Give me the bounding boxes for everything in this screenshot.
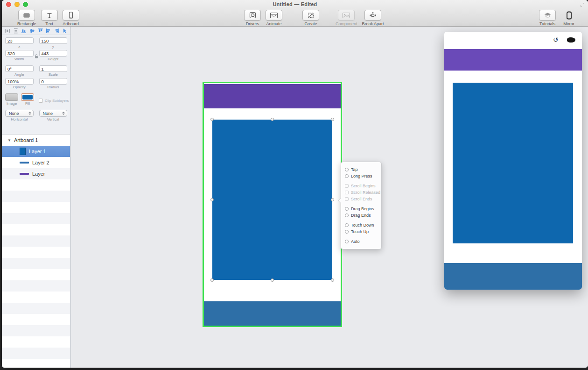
distribute-horizontal-icon[interactable] [5, 28, 10, 34]
event-option-touch-down[interactable]: Touch Down [341, 222, 381, 228]
artboard-button[interactable]: Artboard [63, 10, 79, 26]
titlebar[interactable]: Untitled — Edited [2, 0, 588, 9]
clip-sublayers-checkbox[interactable]: Clip Sublayers [39, 93, 69, 106]
horizontal-dropdown[interactable]: None [5, 110, 34, 117]
create-component-button[interactable]: Create [302, 10, 319, 26]
layer-thumbnail [20, 148, 26, 155]
angle-field[interactable]: 0° [5, 65, 34, 72]
layer-row-3[interactable]: Layer [2, 168, 70, 179]
fill-label: Fill [25, 101, 30, 106]
window-chrome: Untitled — Edited Rectangle Text Artboar… [2, 0, 588, 27]
break-apart-icon [369, 12, 377, 19]
width-label: Width [14, 57, 24, 61]
align-bottom-icon[interactable] [21, 28, 27, 34]
restart-icon[interactable]: ↻ [553, 36, 559, 43]
pointer-icon[interactable] [62, 28, 68, 34]
disclosure-triangle-icon[interactable]: ▼ [7, 138, 11, 142]
opacity-field[interactable]: 100% [5, 78, 34, 85]
component-icon [342, 12, 350, 19]
image-swatch[interactable] [5, 93, 18, 101]
event-option-drag-ends[interactable]: Drag Ends [341, 212, 381, 219]
resize-handle-sw[interactable] [210, 278, 214, 282]
resize-handle-e[interactable] [331, 198, 334, 201]
fill-swatch[interactable] [21, 93, 34, 101]
layer-row-2[interactable]: Layer 2 [2, 157, 70, 168]
radius-label: Radius [47, 85, 59, 89]
opacity-label: Opacity [13, 85, 26, 89]
layer-name: Layer 1 [29, 149, 46, 154]
chevron-updown-icon [28, 112, 31, 115]
event-option-scroll-released: Scroll Released [341, 189, 381, 196]
layer-row-1[interactable]: Layer 1 [2, 146, 70, 157]
create-component-label: Create [304, 21, 317, 26]
selected-layer[interactable] [212, 120, 332, 280]
event-option-long-press[interactable]: Long Press [341, 173, 381, 179]
chevron-updown-icon [62, 112, 65, 115]
event-popup: Tap Long Press Scroll Begins Scroll Rele… [341, 162, 382, 249]
resize-handle-se[interactable] [331, 278, 334, 282]
layers-list: ▼ Artboard 1 Layer 1 Layer 2 Layer [2, 134, 70, 368]
text-button[interactable]: Text [41, 10, 58, 26]
y-label: y [52, 44, 54, 49]
drivers-button[interactable]: Drivers [244, 10, 261, 26]
resize-handle-nw[interactable] [210, 118, 214, 121]
horizontal-label: Horizontal [11, 117, 28, 121]
scale-field[interactable]: 1 [39, 65, 68, 72]
rectangle-button[interactable]: Rectangle [17, 10, 36, 26]
y-field[interactable]: 150 [39, 37, 68, 44]
event-option-drag-begins[interactable]: Drag Begins [341, 206, 381, 212]
header-layer[interactable] [204, 84, 341, 108]
lock-icon[interactable] [34, 54, 39, 59]
canvas-artboard[interactable] [204, 83, 341, 326]
mirror-icon [566, 11, 572, 20]
resize-handle-s[interactable] [271, 278, 274, 282]
radio-icon [345, 213, 349, 217]
align-top-icon[interactable] [38, 28, 43, 34]
angle-label: Angle [14, 72, 24, 77]
align-left-icon[interactable] [46, 28, 51, 34]
animate-button[interactable]: Animate [266, 10, 282, 26]
mirror-button[interactable]: Mirror [560, 10, 577, 26]
radio-icon [345, 230, 349, 234]
radio-icon [345, 174, 349, 178]
artboard-label: Artboard [63, 21, 79, 26]
resize-handle-w[interactable] [210, 198, 214, 201]
event-option-touch-up[interactable]: Touch Up [341, 228, 381, 235]
tutorials-button[interactable]: Tutorials [539, 10, 556, 26]
preview-footer-layer [444, 263, 582, 290]
radius-field[interactable]: 0 [39, 78, 68, 85]
artboard-selection-frame [203, 82, 342, 327]
vertical-label: Vertical [47, 117, 59, 121]
event-option-scroll-ends: Scroll Ends [341, 196, 381, 202]
resize-handle-ne[interactable] [331, 118, 334, 121]
window-title: Untitled — Edited [2, 1, 588, 7]
align-middle-icon[interactable] [29, 28, 35, 34]
vertical-value: None [43, 111, 53, 116]
layer-row-artboard[interactable]: ▼ Artboard 1 [2, 135, 70, 146]
resize-handle-n[interactable] [271, 118, 274, 121]
preview-titlebar: ↻ [444, 32, 582, 49]
radio-icon [345, 223, 349, 227]
radio-icon [345, 197, 349, 201]
break-apart-button[interactable]: Break Apart [362, 10, 384, 26]
horizontal-value: None [9, 111, 19, 116]
event-option-tap[interactable]: Tap [341, 166, 381, 173]
width-field[interactable]: 320 [5, 50, 34, 57]
artboard-icon [68, 12, 74, 19]
footer-layer[interactable] [204, 301, 341, 326]
preview-window[interactable]: ↻ [444, 32, 582, 290]
fullscreen-icon[interactable] [580, 2, 585, 7]
record-icon[interactable] [567, 37, 575, 43]
height-field[interactable]: 443 [39, 50, 68, 57]
event-option-auto[interactable]: Auto [341, 238, 381, 245]
canvas[interactable]: Tap Long Press Scroll Begins Scroll Rele… [71, 27, 588, 368]
animate-label: Animate [266, 21, 281, 26]
toolbar-center-group: Drivers Animate Create Component Break A… [242, 10, 386, 26]
break-apart-label: Break Apart [362, 21, 384, 26]
vertical-dropdown[interactable]: None [39, 110, 68, 117]
component-button[interactable]: Component [336, 10, 357, 26]
x-field[interactable]: 23 [5, 37, 34, 44]
mirror-label: Mirror [563, 21, 574, 26]
align-right-icon[interactable] [54, 28, 60, 34]
distribute-vertical-icon[interactable] [13, 28, 19, 34]
